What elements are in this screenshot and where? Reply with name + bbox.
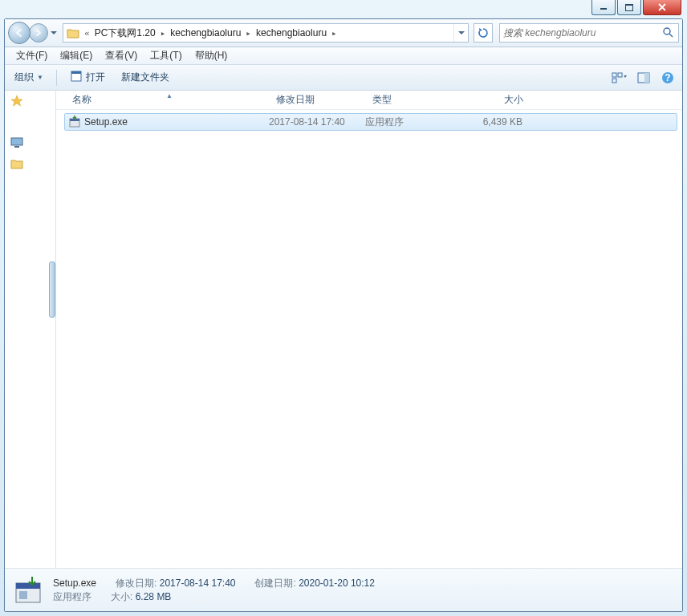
sidebar-item-favorites[interactable] <box>5 91 55 111</box>
maximize-button[interactable] <box>617 0 641 15</box>
file-row[interactable]: Setup.exe 2017-08-14 17:40 应用程序 6,439 KB <box>64 113 677 131</box>
separator <box>56 70 57 86</box>
preview-pane-button[interactable] <box>636 70 652 86</box>
new-folder-button[interactable]: 新建文件夹 <box>118 69 173 86</box>
menu-file[interactable]: 文件(F) <box>10 47 54 64</box>
svg-rect-2 <box>625 4 633 6</box>
folder-icon <box>67 26 79 39</box>
menu-help[interactable]: 帮助(H) <box>189 47 234 64</box>
chevron-down-icon: ▼ <box>37 74 43 81</box>
breadcrumb-item[interactable]: PC下载网1.20 <box>91 26 159 40</box>
file-large-icon <box>11 573 45 607</box>
star-icon <box>10 94 24 108</box>
svg-rect-14 <box>14 146 19 148</box>
svg-rect-13 <box>11 138 22 145</box>
file-modified: 2017-08-14 17:40 <box>269 116 365 128</box>
svg-rect-10 <box>644 73 649 83</box>
menu-tools[interactable]: 工具(T) <box>144 47 188 64</box>
col-size[interactable]: 大小 <box>456 93 528 107</box>
col-modified[interactable]: 修改日期 <box>271 93 368 107</box>
close-button[interactable] <box>643 0 681 15</box>
details-size-value: 6.28 MB <box>136 591 172 602</box>
open-icon <box>70 70 83 85</box>
nav-history-dropdown[interactable] <box>48 25 59 41</box>
svg-text:?: ? <box>665 72 670 83</box>
navigation-pane[interactable] <box>5 91 56 568</box>
details-mod-value: 2017-08-14 17:40 <box>160 578 236 589</box>
svg-rect-19 <box>19 591 27 599</box>
details-mod-label: 修改日期: <box>116 578 157 589</box>
minimize-button[interactable] <box>591 0 616 15</box>
menu-view[interactable]: 查看(V) <box>99 47 144 64</box>
search-icon[interactable] <box>662 26 675 40</box>
open-button[interactable]: 打开 <box>67 68 108 87</box>
sidebar-item-computer[interactable] <box>5 132 55 153</box>
forward-button[interactable] <box>29 23 48 43</box>
explorer-window: « PC下载网1.20 ▸ kechengbiaoluru ▸ kechengb… <box>4 18 683 612</box>
computer-icon <box>10 136 24 150</box>
file-name: Setup.exe <box>84 116 128 128</box>
sidebar-scrollbar[interactable] <box>49 261 55 318</box>
file-view: 名称▲ 修改日期 类型 大小 Setup.exe 2017-08-14 17:4… <box>56 91 682 568</box>
command-bar: 组织 ▼ 打开 新建文件夹 ? <box>5 65 682 91</box>
chevron-right-icon: ▸ <box>330 28 339 38</box>
chevron-right-icon: ▸ <box>244 28 253 38</box>
svg-rect-0 <box>600 8 607 10</box>
breadcrumb-prefix: « <box>83 28 91 38</box>
organize-label: 组织 <box>14 71 34 84</box>
column-headers: 名称▲ 修改日期 类型 大小 <box>56 91 682 110</box>
address-bar[interactable]: « PC下载网1.20 ▸ kechengbiaoluru ▸ kechengb… <box>63 23 469 43</box>
new-folder-label: 新建文件夹 <box>121 71 169 84</box>
folder-icon <box>10 156 24 171</box>
nav-bar: « PC下载网1.20 ▸ kechengbiaoluru ▸ kechengb… <box>5 19 682 47</box>
details-pane: Setup.exe 修改日期: 2017-08-14 17:40 创建日期: 2… <box>5 568 682 611</box>
menu-edit[interactable]: 编辑(E) <box>54 47 99 64</box>
installer-icon <box>68 116 81 128</box>
file-list[interactable]: Setup.exe 2017-08-14 17:40 应用程序 6,439 KB <box>56 110 682 568</box>
search-box[interactable] <box>499 23 679 43</box>
breadcrumb: « PC下载网1.20 ▸ kechengbiaoluru ▸ kechengb… <box>83 26 453 40</box>
view-options-button[interactable] <box>612 70 628 86</box>
col-type[interactable]: 类型 <box>368 93 456 107</box>
col-name[interactable]: 名称▲ <box>67 93 271 107</box>
details-created-label: 创建日期: <box>254 578 295 589</box>
sort-asc-icon: ▲ <box>166 92 173 99</box>
content-area: 名称▲ 修改日期 类型 大小 Setup.exe 2017-08-14 17:4… <box>5 91 682 568</box>
details-created-value: 2020-01-20 10:12 <box>299 578 375 589</box>
menu-bar: 文件(F) 编辑(E) 查看(V) 工具(T) 帮助(H) <box>5 47 682 65</box>
svg-rect-7 <box>618 73 622 77</box>
svg-rect-5 <box>71 71 81 74</box>
breadcrumb-item[interactable]: kechengbiaoluru <box>167 27 244 38</box>
address-dropdown[interactable] <box>453 24 468 42</box>
svg-point-3 <box>664 28 670 34</box>
file-size: 6,439 KB <box>453 116 522 128</box>
refresh-button[interactable] <box>474 23 493 43</box>
open-label: 打开 <box>86 71 105 84</box>
help-button[interactable]: ? <box>660 70 676 86</box>
chevron-right-icon: ▸ <box>159 28 168 38</box>
breadcrumb-item[interactable]: kechengbiaoluru <box>253 27 330 38</box>
svg-rect-8 <box>612 79 616 83</box>
details-text: Setup.exe 修改日期: 2017-08-14 17:40 创建日期: 2… <box>53 577 375 604</box>
organize-button[interactable]: 组织 ▼ <box>11 69 47 86</box>
search-input[interactable] <box>503 27 662 38</box>
details-filename: Setup.exe <box>53 577 96 590</box>
window-titlebar <box>4 0 683 18</box>
sidebar-item-folder[interactable] <box>5 153 55 174</box>
details-filetype: 应用程序 <box>53 590 91 604</box>
back-button[interactable] <box>8 22 30 44</box>
svg-rect-18 <box>16 583 40 589</box>
file-type: 应用程序 <box>365 116 453 129</box>
details-size-label: 大小: <box>111 591 132 602</box>
svg-rect-6 <box>612 73 616 77</box>
nav-buttons <box>8 22 59 44</box>
